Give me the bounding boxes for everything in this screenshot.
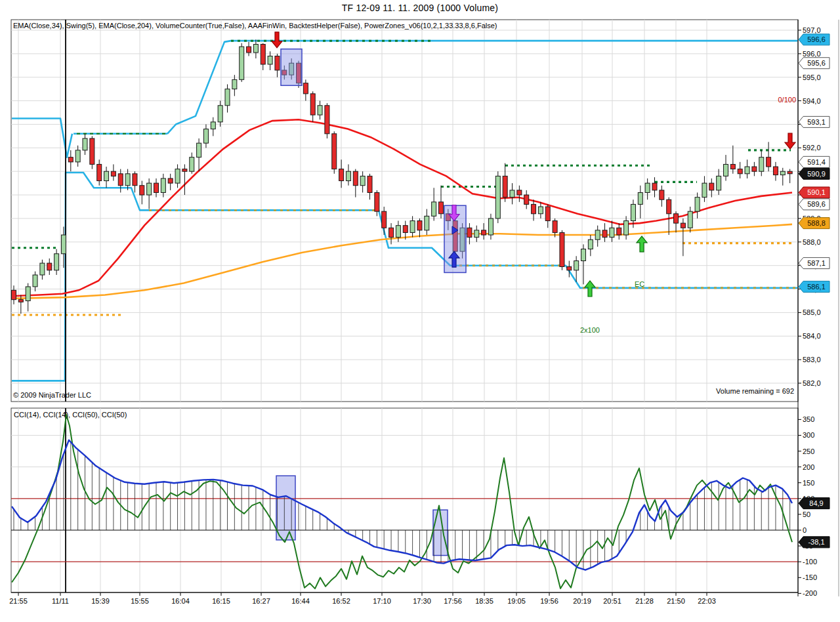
axis-tick-label: -150	[803, 573, 817, 581]
axis-tick-label: -200	[803, 589, 817, 597]
price-badge-label: 591,4	[807, 158, 826, 166]
axis-tick-label: 0	[803, 526, 807, 534]
time-tick-label: 18:35	[475, 597, 494, 605]
time-tick-label: 19:05	[507, 597, 526, 605]
time-tick-label: 16:15	[212, 597, 230, 605]
axis-tick-label: 200	[803, 463, 814, 471]
price-badge-label: 593,1	[807, 118, 826, 126]
time-tick-label: 22:03	[698, 597, 716, 605]
axis-tick-label: 50	[803, 510, 810, 518]
axis-tick-label: 585,0	[803, 308, 821, 316]
axis-tick-label: 594,0	[803, 97, 821, 105]
volume-remaining-label: Volume remaining = 692	[716, 387, 794, 395]
price-badge-label: 587,1	[807, 259, 826, 267]
cci-panel-indicator-label: CCI(14), CCI(14), CCI(50), CCI(50)	[14, 411, 127, 419]
cci-axis[interactable]: 350300250200150100500-50-100-150-20084,9…	[798, 415, 830, 597]
axis-tick-label: 596,0	[803, 50, 821, 58]
chart-window: TF 12-09 11. 11. 2009 (1000 Volume) 597,…	[0, 0, 840, 622]
time-tick-label: 15:55	[131, 597, 149, 605]
price-badge-label: -38,1	[808, 538, 824, 546]
copyright-label: © 2009 NinjaTrader LLC	[13, 391, 91, 399]
time-tick-label: 16:27	[252, 597, 270, 605]
time-tick-label: 20:51	[603, 597, 621, 605]
price-badge-label: 596,6	[807, 35, 826, 43]
time-tick-label: 21:50	[667, 597, 685, 605]
price-panel-indicator-label: EMA(Close,34), Swing(5), EMA(Close,204),…	[13, 22, 497, 30]
time-tick-label: 21:28	[635, 597, 654, 605]
axis-tick-label: 350	[803, 415, 814, 423]
time-tick-label: 19:56	[540, 597, 558, 605]
trade-size-label: 2x100	[580, 326, 600, 334]
position-counter-label: 0/100	[778, 96, 796, 104]
time-tick-label: 17:56	[444, 597, 462, 605]
price-badge-label: 586,1	[807, 283, 826, 291]
time-tick-label: 15:39	[91, 597, 110, 605]
time-axis[interactable]: 21:5511/1115:3915:5516:0416:1516:2716:44…	[9, 592, 798, 605]
time-tick-label: 11/11	[52, 597, 69, 605]
price-badge-label: 590,9	[807, 170, 826, 178]
axis-tick-label: -100	[803, 558, 817, 566]
axis-tick-label: 583,0	[803, 356, 821, 363]
price-badge-label: 588,8	[807, 219, 826, 227]
time-tick-label: 21:55	[9, 597, 28, 605]
chart-canvas[interactable]: 597,0596,0595,0594,0593,0592,0591,0590,0…	[0, 0, 840, 622]
axis-tick-label: 595,0	[803, 73, 821, 81]
time-tick-label: 17:10	[373, 597, 391, 605]
price-badge-label: 589,6	[807, 200, 826, 208]
price-badge-label: 595,6	[807, 59, 826, 67]
price-axis[interactable]: 597,0596,0595,0594,0593,0592,0591,0590,0…	[798, 26, 830, 387]
time-tick-label: 16:52	[332, 597, 350, 605]
axis-tick-label: 584,0	[803, 332, 821, 340]
axis-tick-label: 300	[803, 431, 814, 439]
axis-tick-label: 250	[803, 447, 814, 455]
gridlines	[11, 20, 798, 592]
ec-label: EC	[635, 280, 644, 288]
price-badge-label: 590,1	[807, 188, 826, 196]
axis-tick-label: 597,0	[803, 26, 821, 34]
axis-tick-label: 582,0	[803, 379, 821, 387]
axis-tick-label: 592,0	[803, 144, 821, 152]
time-tick-label: 16:44	[291, 597, 310, 605]
price-badge-label: 84,9	[809, 499, 823, 507]
axis-tick-label: 150	[803, 479, 814, 487]
time-tick-label: 20:19	[573, 597, 591, 605]
time-tick-label: 17:30	[413, 597, 431, 605]
axis-tick-label: 588,0	[803, 238, 821, 246]
time-tick-label: 16:04	[171, 597, 190, 605]
